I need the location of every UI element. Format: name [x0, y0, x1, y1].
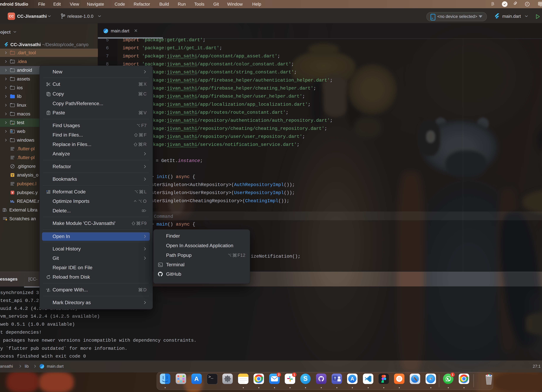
svg-text:M: M [10, 200, 13, 203]
svg-text:Y: Y [11, 191, 13, 195]
svg-text:Y: Y [11, 174, 13, 177]
svg-text:*: * [12, 61, 13, 64]
